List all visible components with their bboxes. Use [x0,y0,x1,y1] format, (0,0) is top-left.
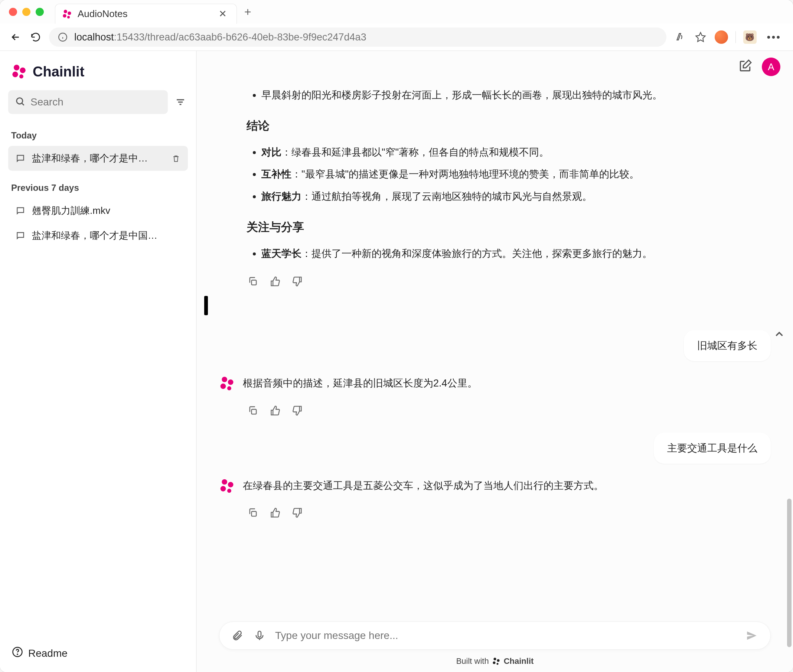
svg-point-8 [12,72,18,77]
message-input[interactable] [275,630,735,642]
new-tab-button[interactable]: + [237,5,259,19]
thread-item[interactable]: 盐津和绿春，哪个才是中国… [8,223,188,248]
bullet-term: 对比 [261,147,281,158]
thumbs-down-button[interactable] [291,404,304,417]
thumbs-up-button[interactable] [269,404,281,417]
sidebar-search[interactable] [8,90,168,114]
browser-window: AudioNotes ✕ + localhost:15433/thread/ac… [0,0,793,672]
scrollbar-thumb[interactable] [787,499,791,647]
bullet-text: ："最窄县城"的描述更像是一种对两地独特地理环境的赞美，而非简单的比较。 [291,168,639,180]
bullet-term: 互补性 [261,168,291,180]
readme-link[interactable]: Readme [8,641,188,665]
refresh-button[interactable] [29,30,42,44]
conversation-scroll[interactable]: 早晨斜射的阳光和楼房影子投射在河面上，形成一幅长长的画卷，展现出独特的城市风光。… [197,83,793,616]
svg-point-31 [492,662,495,664]
copy-button[interactable] [246,404,259,417]
chat-icon [15,153,26,164]
delete-thread-button[interactable] [171,154,181,164]
tab-bar: AudioNotes ✕ + [0,0,793,24]
svg-point-33 [496,663,498,665]
minimize-window-button[interactable] [22,8,30,16]
read-aloud-icon[interactable] [673,30,686,44]
avatar-letter: A [768,61,774,73]
collapse-chevron-icon[interactable] [773,328,786,342]
svg-point-7 [14,65,19,70]
copy-button[interactable] [246,506,259,519]
url-text: localhost:15433/thread/ac63aab6-b626-40e… [74,32,366,43]
main-panel: A 早晨斜射的阳光和楼房影子投射在河面上，形成一幅长长的画卷，展现出独特的城市风… [197,51,793,672]
message-composer[interactable] [219,621,771,650]
url-input[interactable]: localhost:15433/thread/ac63aab6-b626-40e… [49,27,667,47]
sidebar: Chainlit Today 盐津和绿春，哪个才是中… [0,51,197,672]
svg-point-24 [222,479,227,485]
user-message-bubble: 旧城区有多长 [684,330,771,361]
bullet-term: 旅行魅力 [261,191,301,202]
user-avatar[interactable]: A [762,58,780,76]
svg-point-9 [20,67,25,73]
scrollbar-track [786,110,791,668]
assistant-content: 早晨斜射的阳光和楼房影子投射在河面上，形成一幅长长的画卷，展现出独特的城市风光。… [219,86,771,263]
send-button[interactable] [744,628,759,643]
sidebar-search-row [8,90,188,114]
svg-point-25 [221,486,226,491]
thumbs-up-button[interactable] [269,275,281,288]
maximize-window-button[interactable] [36,8,44,16]
tab-favicon-icon [62,9,72,19]
attach-button[interactable] [230,629,244,642]
brand: Chainlit [8,58,188,90]
thread-item[interactable]: 翹臀肌力訓練.mkv [8,198,188,223]
svg-point-27 [227,489,231,493]
thumbs-down-button[interactable] [291,275,304,288]
assistant-text: 根据音频中的描述，延津县的旧城区长度为2.4公里。 [243,374,771,393]
copy-button[interactable] [246,275,259,288]
svg-point-32 [497,659,499,662]
help-icon [12,646,23,660]
svg-point-11 [17,98,22,104]
brand-logo-icon [11,64,27,80]
user-message-row: 主要交通工具是什么 [219,432,771,464]
more-menu-button[interactable]: ••• [764,31,784,43]
bullet-term: 蓝天学长 [261,248,301,259]
back-button[interactable] [9,30,22,44]
mic-button[interactable] [253,629,266,642]
message-actions [219,266,771,292]
svg-point-0 [64,10,67,13]
user-message-row: 旧城区有多长 [219,330,771,361]
profile-avatar-2[interactable]: 🐻 [743,30,756,44]
thread-item-active[interactable]: 盐津和绿春，哪个才是中… [8,146,188,171]
svg-rect-23 [252,409,257,414]
divider [735,31,736,43]
message-actions [219,395,771,421]
assistant-message-partial: 早晨斜射的阳光和楼房影子投射在河面上，形成一幅长长的画卷，展现出独特的城市风光。… [219,86,771,292]
user-message-bubble: 主要交通工具是什么 [654,432,771,464]
section-label-prev7: Previous 7 days [8,178,188,198]
text-caret [204,296,208,315]
footer-credit: Built with Chainlit [197,653,793,672]
svg-rect-18 [252,280,257,285]
svg-point-30 [493,658,496,661]
profile-avatar-1[interactable] [715,30,728,44]
favorite-icon[interactable] [694,30,707,44]
bullet-text: ：通过航拍等视角，展现了云南地区独特的城市风光与自然景观。 [301,191,592,202]
svg-rect-29 [258,631,261,637]
browser-chrome: AudioNotes ✕ + localhost:15433/thread/ac… [0,0,793,51]
thumbs-up-button[interactable] [269,506,281,519]
site-info-icon[interactable] [57,32,68,43]
close-window-button[interactable] [9,8,17,16]
assistant-message: 根据音频中的描述，延津县的旧城区长度为2.4公里。 [219,374,771,421]
svg-rect-28 [252,511,257,516]
new-chat-button[interactable] [738,59,754,75]
chat-icon [15,230,26,241]
section-label-today: Today [8,125,188,146]
svg-point-10 [19,74,23,78]
search-input[interactable] [30,96,161,108]
svg-point-21 [228,379,233,385]
tab-close-button[interactable]: ✕ [216,7,230,21]
thumbs-down-button[interactable] [291,506,304,519]
filter-button[interactable] [173,95,188,110]
browser-tab[interactable]: AudioNotes ✕ [55,4,237,24]
svg-point-26 [228,482,233,488]
bullet-text: ：绿春县和延津县都以"窄"著称，但各自的特点和规模不同。 [281,147,549,158]
tab-title: AudioNotes [78,8,211,20]
svg-point-17 [17,654,18,655]
